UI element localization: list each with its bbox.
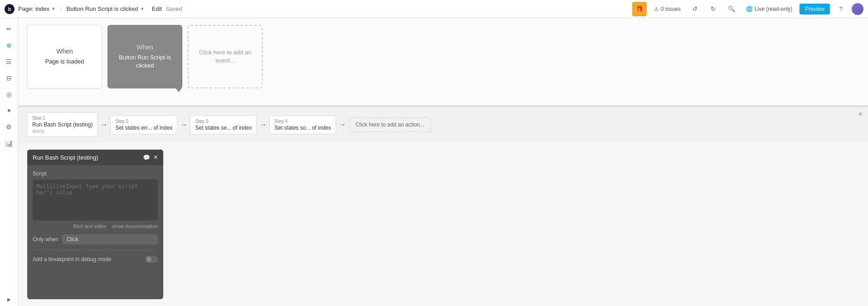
page-selector[interactable]: Page: index ▼ — [18, 5, 56, 12]
script-textarea[interactable] — [33, 180, 158, 220]
issues-button[interactable]: ⚠ 0 issues — [650, 4, 684, 14]
step-4-label: Step 4 — [274, 119, 331, 124]
live-label: Live (read-only) — [755, 6, 792, 12]
step-arrow-4: → — [339, 121, 346, 129]
close-steps-button[interactable]: × — [858, 110, 863, 118]
globe-icon: 🌐 — [746, 6, 753, 12]
step-3-label: Step 3 — [195, 119, 252, 124]
sidebar-icon-layers[interactable]: ⊟ — [2, 71, 16, 85]
script-panel-header: Run Bash Script (testing) 💬 × — [27, 150, 163, 165]
rich-text-link[interactable]: Rich text editor — [73, 223, 107, 229]
step-3-box[interactable]: Step 3 Set states se... of index — [190, 116, 257, 134]
script-panel-body: Script Rich text editor show documentati… — [27, 165, 163, 268]
preview-button[interactable]: Preview — [800, 4, 830, 15]
help-button[interactable]: ? — [834, 2, 848, 16]
sidebar-icon-chart[interactable]: 📊 — [2, 136, 16, 151]
comment-icon[interactable]: 💬 — [143, 154, 150, 161]
sidebar-icon-nodes[interactable]: ⊕ — [2, 38, 16, 53]
step-arrow-3: → — [259, 121, 267, 129]
script-panel-header-icons: 💬 × — [143, 153, 158, 161]
event-name: Button Run Script is clicked — [67, 5, 138, 12]
topbar: b Page: index ▼ / Button Run Script is c… — [0, 0, 868, 18]
when-label-1: When — [56, 48, 73, 55]
user-avatar[interactable] — [852, 3, 863, 15]
sidebar-icon-target[interactable]: ◎ — [2, 87, 16, 102]
separator: / — [60, 5, 62, 12]
step-arrow-1: → — [100, 121, 107, 129]
undo-button[interactable]: ↺ — [688, 2, 702, 16]
script-panel: Run Bash Script (testing) 💬 × Script Ric… — [27, 150, 163, 299]
step-arrow-2: → — [180, 121, 187, 129]
step-4-box[interactable]: Step 4 Set states so... of index — [269, 116, 336, 134]
sidebar-expand[interactable]: ▶ — [6, 296, 12, 302]
add-action-button[interactable]: Click here to add an action... — [349, 117, 431, 132]
sidebar: ✏ ⊕ ☰ ⊟ ◎ ✦ ⚙ 📊 ▶ — [0, 18, 18, 306]
gift-button[interactable]: 🎁 — [632, 2, 647, 16]
event-name-1: Page is loaded — [45, 58, 84, 66]
only-when-label: Only when — [33, 236, 59, 243]
search-button[interactable]: 🔍 — [724, 2, 739, 16]
script-label: Script — [33, 170, 158, 177]
page-name: index — [35, 5, 49, 12]
step-4-name: Set states so... of index — [274, 125, 331, 131]
live-button[interactable]: 🌐 Live (read-only) — [742, 4, 796, 14]
page-label: Page: — [18, 5, 34, 12]
event-card-button-clicked[interactable]: When Button Run Script is clicked — [107, 25, 182, 88]
only-when-row: Only when Click — [33, 234, 158, 244]
warning-icon: ⚠ — [654, 6, 659, 12]
step-1-label: Step 1 — [32, 116, 93, 121]
sidebar-icon-settings[interactable]: ⚙ — [2, 120, 16, 134]
redo-button[interactable]: ↻ — [706, 2, 721, 16]
logo: b — [5, 4, 15, 14]
step-2-box[interactable]: Step 2 Set states err... of index — [110, 116, 177, 134]
add-event-text: Click here to add an event... — [194, 49, 256, 65]
issues-count: 0 issues — [661, 6, 681, 12]
docs-link[interactable]: show documentation — [112, 223, 158, 229]
step-2-name: Set states err... of index — [115, 125, 172, 131]
breakpoint-toggle[interactable] — [145, 256, 158, 263]
events-area: When Page is loaded When Button Run Scri… — [18, 18, 868, 107]
panel-area: Run Bash Script (testing) 💬 × Script Ric… — [18, 143, 868, 306]
sidebar-icon-star[interactable]: ✦ — [2, 103, 16, 118]
step-2-label: Step 2 — [115, 119, 172, 124]
sidebar-icon-list[interactable]: ☰ — [2, 54, 16, 69]
when-label-2: When — [137, 44, 153, 51]
page-dropdown-arrow[interactable]: ▼ — [51, 6, 56, 11]
edit-label: Edit — [152, 5, 162, 12]
steps-area: × Step 1 Run Bash Script (testing) delet… — [18, 107, 868, 143]
main-layout: ✏ ⊕ ☰ ⊟ ◎ ✦ ⚙ 📊 ▶ When Page is loaded Wh… — [0, 18, 868, 306]
step-1-box[interactable]: Step 1 Run Bash Script (testing) delete — [27, 112, 98, 137]
step-1-delete[interactable]: delete — [32, 129, 93, 134]
event-arrow-down — [175, 87, 182, 92]
script-panel-title: Run Bash Script (testing) — [33, 154, 98, 161]
event-name-2: Button Run Script is clicked — [113, 53, 176, 70]
script-panel-close[interactable]: × — [154, 153, 158, 161]
breakpoint-row: Add a breakpoint in debug mode — [33, 250, 158, 263]
script-editor-links: Rich text editor show documentation — [33, 223, 158, 229]
step-1-name: Run Bash Script (testing) — [32, 121, 93, 128]
breakpoint-label: Add a breakpoint in debug mode — [33, 256, 111, 262]
only-when-value[interactable]: Click — [62, 234, 158, 244]
content: When Page is loaded When Button Run Scri… — [18, 18, 868, 306]
event-card-add[interactable]: Click here to add an event... — [188, 25, 263, 88]
event-dropdown-arrow[interactable]: ▼ — [140, 6, 145, 11]
event-selector[interactable]: Button Run Script is clicked ▼ — [67, 5, 145, 12]
saved-label: Saved — [166, 5, 182, 12]
event-card-page-loaded[interactable]: When Page is loaded — [27, 25, 102, 88]
step-3-name: Set states se... of index — [195, 125, 252, 131]
sidebar-icon-pencil[interactable]: ✏ — [2, 22, 16, 36]
